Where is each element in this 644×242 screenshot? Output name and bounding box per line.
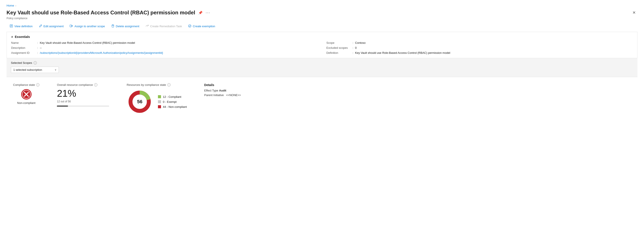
overall-compliance-card: Overall resource compliance i 21% 12 out… [57,83,109,106]
create-exemption-button[interactable]: Create exemption [185,23,218,30]
non-compliant-icon [21,89,32,100]
overall-compliance-title: Overall resource compliance [57,83,93,86]
essentials-title: Essentials [15,35,30,38]
legend-compliant-color [158,95,161,98]
compliance-fraction: 12 out of 56 [57,100,109,103]
remediation-icon [145,24,149,28]
essentials-section: ∧ Essentials Name : Key Vault should use… [6,32,638,58]
definition-label: Definition [326,51,352,54]
assign-to-another-scope-button[interactable]: Assign to another scope [67,23,108,30]
legend-non-compliant: 44 - Non-compliant [158,105,187,108]
breadcrumb: Home › [6,4,638,7]
description-value: -- [40,46,42,50]
compliance-progress-bar [57,106,109,106]
assignment-id-value[interactable]: /subscriptions/{subscriptionId}/provider… [40,51,163,54]
assign-scope-icon [70,24,73,28]
legend-compliant-label: 12 - Compliant [163,95,181,98]
breadcrumb-separator: › [16,4,16,7]
edit-assignment-label: Edit assignment [44,24,64,28]
scope-dropdown-arrow: ∨ [55,68,56,71]
page-title: Key Vault should use Role-Based Access C… [6,10,195,16]
metrics-section: Compliance state i Non-compliant Overall… [6,77,638,121]
toolbar: View definition Edit assignment Assign t… [6,23,638,32]
scope-dropdown-value: 1 selected subscription [13,68,42,72]
scopes-info-icon[interactable]: i [34,61,37,64]
page-subtitle: Policy compliance [6,17,638,20]
parent-initiative-value: <<NONE>> [226,94,241,97]
essentials-name-row: Name : Key Vault should use Role-Based A… [11,41,318,44]
legend-compliant: 12 - Compliant [158,95,187,98]
create-remediation-task-label: Create Remediation Task [150,24,182,28]
essentials-header[interactable]: ∧ Essentials [11,35,633,38]
effect-type-label: Effect Type [204,89,218,92]
view-definition-button[interactable]: View definition [6,23,36,30]
parent-initiative-row: Parent Initiative <<NONE>> [204,94,241,97]
assignment-id-label: Assignment ID [11,51,37,54]
effect-type-value: Audit [219,89,226,92]
delete-icon [111,24,114,28]
delete-assignment-button[interactable]: Delete assignment [108,23,142,30]
scope-dropdown[interactable]: 1 selected subscription ∨ [11,67,59,73]
create-exemption-label: Create exemption [193,24,215,28]
legend-exempt-label: 0 - Exempt [163,100,176,104]
donut-center-value: 56 [137,99,142,104]
edit-icon [39,24,42,28]
compliance-state-info-icon[interactable]: i [36,83,40,86]
compliance-percentage: 21% [57,89,109,98]
essentials-scope-row: Scope : Contoso [326,41,633,44]
scope-value: Contoso [355,41,366,44]
essentials-definition-row: Definition : Key Vault should use Role-B… [326,51,633,54]
legend-exempt: 0 - Exempt [158,100,187,104]
svg-point-9 [188,24,191,27]
delete-assignment-label: Delete assignment [116,24,140,28]
description-label: Description [11,46,37,50]
resources-by-state-title: Resources by compliance state [126,83,166,86]
assign-to-another-scope-label: Assign to another scope [74,24,105,28]
compliance-state-title: Compliance state [13,83,35,86]
donut-legend: 12 - Compliant 0 - Exempt 44 - Non-compl… [158,95,187,108]
edit-assignment-button[interactable]: Edit assignment [36,23,67,30]
exemption-icon [188,24,192,28]
legend-exempt-color [158,100,161,103]
compliance-state-label: Non-compliant [17,101,36,104]
effect-type-row: Effect Type Audit [204,89,241,92]
parent-initiative-label: Parent Initiative [204,94,224,97]
more-options-icon[interactable]: ··· [206,10,210,15]
resources-by-state-info-icon[interactable]: i [167,83,170,86]
name-label: Name [11,41,37,44]
overall-compliance-info-icon[interactable]: i [94,83,98,86]
name-value: Key Vault should use Role-Based Access C… [40,41,135,44]
view-definition-icon [10,24,13,28]
breadcrumb-home[interactable]: Home [6,4,14,7]
essentials-excluded-scopes-row: Excluded scopes : 0 [326,46,633,50]
pin-icon[interactable]: 📌 [198,11,202,15]
close-button[interactable]: ✕ [631,9,638,16]
resources-by-state-card: Resources by compliance state i [126,83,187,115]
donut-chart: 56 [126,89,153,115]
essentials-description-row: Description : -- [11,46,318,50]
excluded-scopes-value: 0 [355,46,357,50]
view-definition-label: View definition [14,24,33,28]
legend-non-compliant-label: 44 - Non-compliant [163,105,187,108]
essentials-chevron: ∧ [11,35,13,38]
legend-non-compliant-color [158,105,161,108]
scope-label: Scope [326,41,352,44]
definition-value: Key Vault should use Role-Based Access C… [355,51,450,54]
scopes-label: Selected Scopes [11,61,32,64]
details-title: Details [204,83,241,87]
create-remediation-task-button[interactable]: Create Remediation Task [142,23,185,30]
essentials-assignment-id-row: Assignment ID : /subscriptions/{subscrip… [11,51,318,54]
details-card: Details Effect Type Audit Parent Initiat… [204,83,241,97]
compliance-progress-fill [57,106,68,106]
svg-rect-6 [112,25,114,27]
scopes-section: Selected Scopes i 1 selected subscriptio… [6,58,638,77]
excluded-scopes-label: Excluded scopes [326,46,352,50]
compliance-state-card: Compliance state i Non-compliant [13,83,40,104]
